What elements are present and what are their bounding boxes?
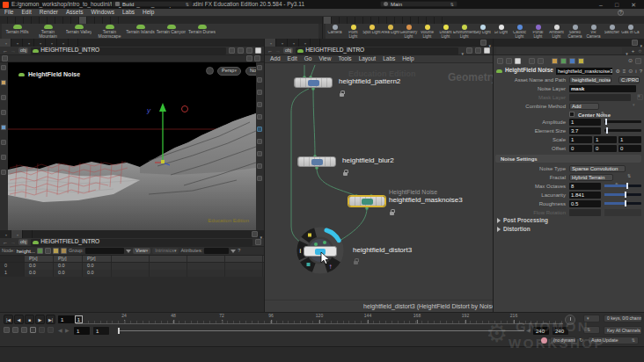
key-all-channels-button[interactable]: Key All Channels [604, 326, 642, 335]
combine-select[interactable]: Add [569, 103, 599, 110]
shelf-tool[interactable]: Camera [326, 24, 344, 35]
menu-item[interactable]: Assets [66, 10, 84, 16]
shelf-tab[interactable] [355, 17, 363, 24]
maximize-button[interactable]: □ [615, 2, 618, 8]
audio-toggle-icon[interactable] [12, 327, 18, 333]
clock-icon[interactable] [238, 47, 244, 54]
menu-item[interactable]: Labs [122, 10, 135, 16]
expand-panel-icon[interactable] [635, 58, 641, 64]
shelf-tab[interactable] [324, 17, 332, 24]
shelf-tool[interactable]: Stereo Camera [566, 24, 584, 39]
snap-icon[interactable] [246, 47, 252, 54]
pane-tab[interactable] [69, 39, 78, 47]
shelf-tool[interactable]: Distant Light [436, 24, 455, 39]
scale-y-input[interactable]: 1 [594, 136, 617, 143]
view-tool-icon[interactable] [1, 140, 6, 145]
shelf-tab[interactable] [427, 17, 435, 24]
pin-icon[interactable] [229, 47, 235, 54]
scale-z-input[interactable]: 1 [618, 136, 641, 143]
pane-tab[interactable] [11, 39, 23, 47]
table-row[interactable]: 1 0.0 0.0 0.0 [0, 270, 264, 277]
dec-frame-icon[interactable]: ◀ [58, 328, 62, 333]
max-octaves-slider[interactable] [604, 185, 641, 187]
go-last-frame-button[interactable] [46, 315, 55, 324]
step-mode-icon[interactable] [48, 327, 54, 333]
search-icon[interactable]: ⊙ [628, 58, 633, 63]
group-input[interactable] [85, 248, 124, 254]
node-heightfield-pattern2[interactable] [294, 77, 333, 88]
playhead[interactable]: 1 [75, 315, 83, 323]
range-start-input[interactable]: 1 [74, 327, 90, 335]
fps-gauge-icon[interactable] [565, 315, 575, 325]
layout-selector[interactable]: Main [380, 1, 457, 7]
folder-yellow-icon[interactable] [578, 58, 584, 64]
snap-icon[interactable] [475, 47, 481, 54]
node-name-input[interactable]: heightfield_masknoise3 [556, 68, 612, 75]
shelf-tab[interactable] [24, 17, 32, 24]
shelf-tool[interactable]: Terrain Canyon [156, 24, 187, 34]
intrinsics-dropdown[interactable]: Intrinsics [152, 248, 179, 255]
shelf-tab[interactable] [48, 17, 55, 24]
camera-lock-icon[interactable] [257, 163, 262, 169]
active-display-icon[interactable] [257, 127, 262, 132]
asset-path-select[interactable]: C:/PROGRA~1/SIDEE... [618, 76, 640, 83]
node-value[interactable]: height... [17, 249, 35, 254]
loop-mode-icon[interactable] [21, 327, 27, 333]
range-slider-handle[interactable] [118, 328, 120, 334]
table-row[interactable]: 0 0.0 0.0 0.0 [0, 263, 264, 270]
shelf-tool[interactable]: Terrain Mountain [33, 24, 63, 39]
lock-icon[interactable] [340, 93, 344, 97]
shelf-tab[interactable] [111, 17, 119, 24]
info-icon[interactable]: i [635, 69, 636, 74]
amplitude-input[interactable]: 1 [569, 119, 601, 126]
shelf-tool[interactable]: VR Camera [584, 24, 603, 39]
pane-tab[interactable] [0, 39, 11, 47]
distortion-section[interactable]: Distortion [497, 227, 531, 233]
shelf-tool[interactable]: Environment Light [455, 24, 473, 39]
shelf-tab[interactable] [379, 17, 387, 24]
network-menu-item[interactable]: Tools [338, 56, 351, 62]
add-param-icon[interactable]: + [632, 48, 635, 54]
color-swatch-icon[interactable] [484, 47, 490, 54]
range-slider-track[interactable] [118, 330, 524, 331]
attributes-input[interactable] [204, 248, 229, 254]
shelf-tab[interactable] [395, 17, 403, 24]
shelf-tab[interactable] [435, 17, 443, 24]
gear-icon[interactable]: ⚙ [615, 69, 619, 74]
realtime-toggle-icon[interactable] [4, 327, 10, 333]
update-mode-dropdown[interactable]: Auto Update [588, 337, 639, 344]
misc-tool-icon[interactable] [1, 170, 6, 175]
path-dropdown-icon[interactable] [461, 44, 464, 58]
select-tool-icon[interactable] [1, 65, 6, 70]
back-icon[interactable]: ← [3, 240, 8, 245]
path-field[interactable]: HEIGHTFIELD_INTRO [31, 47, 226, 54]
column-header[interactable]: P[x] [25, 256, 54, 262]
pane-tab[interactable] [0, 230, 11, 238]
pin-icon[interactable] [466, 47, 472, 54]
prims-class-icon[interactable] [53, 248, 59, 254]
pane-tab[interactable] [311, 39, 320, 47]
shelf-tool[interactable]: Portal Light [529, 24, 547, 39]
wireframe-icon[interactable] [257, 90, 262, 95]
keys-info-dropdown[interactable]: 0 keys, 0/0 channels [604, 315, 642, 322]
minimize-button[interactable]: – [599, 2, 603, 8]
menu-item[interactable]: Edit [21, 10, 31, 16]
shelf-tab[interactable] [16, 17, 24, 24]
element-size-input[interactable]: 3.7 [569, 127, 601, 134]
color-swatch-icon[interactable] [255, 47, 261, 54]
pin-icon[interactable] [255, 239, 261, 245]
go-first-frame-button[interactable] [4, 315, 13, 324]
forward-icon[interactable]: → [11, 48, 16, 54]
shelf-tab[interactable] [371, 17, 379, 24]
shelf-tab[interactable] [71, 17, 79, 24]
shelf-tool[interactable]: Geometry Light [399, 24, 418, 39]
grid-view-icon[interactable] [529, 58, 535, 64]
shelf-tab[interactable] [0, 17, 8, 24]
timeline-ruler[interactable]: 1 24487296120144168192216 [76, 314, 563, 326]
context-chip[interactable]: obj [18, 239, 28, 246]
help-icon[interactable]: ? [618, 10, 624, 16]
offset-y-input[interactable]: 0 [594, 145, 617, 152]
context-chip[interactable]: obj [283, 47, 293, 54]
shelf-tool[interactable]: Ambient Light [547, 24, 566, 39]
wrench-icon[interactable] [497, 58, 503, 64]
